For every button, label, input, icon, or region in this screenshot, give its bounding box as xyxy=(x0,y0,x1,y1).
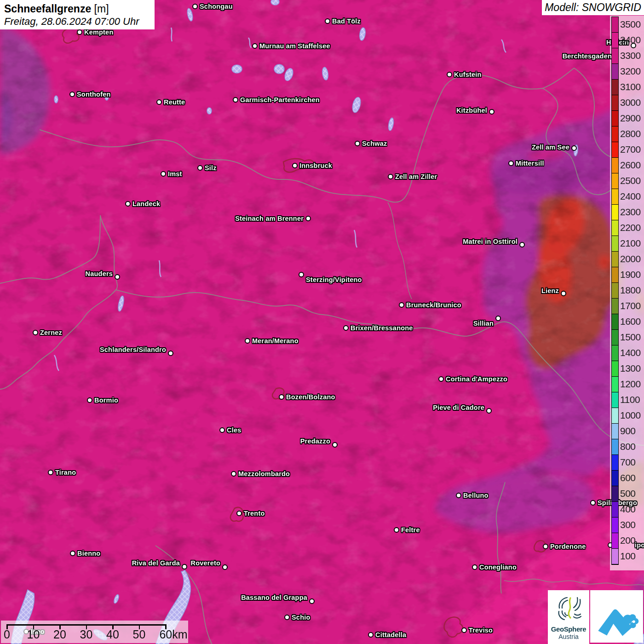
colorbar-segment xyxy=(612,33,618,48)
city-label: Bozen/Bolzano xyxy=(286,393,335,401)
city-label: Cles xyxy=(227,426,241,434)
city-marker-dot xyxy=(292,163,298,168)
mountain-cloud-icon xyxy=(593,592,641,640)
colorbar xyxy=(611,17,619,565)
city-marker-dot xyxy=(399,302,404,308)
city-label: Bormio xyxy=(94,397,118,404)
city-label: Innsbruck xyxy=(299,162,332,169)
city-markers-layer: SchongauBad TölzKemptenMurnau am Staffel… xyxy=(0,0,644,644)
city-marker-dot xyxy=(161,171,166,177)
colorbar-segment xyxy=(612,345,618,361)
scalebar-label: 10 xyxy=(27,628,40,641)
colorbar-segment xyxy=(612,471,618,486)
city-label: Rovereto xyxy=(191,559,220,567)
city-marker-dot xyxy=(252,43,258,49)
colorbar-segment xyxy=(612,330,618,345)
city-marker-dot xyxy=(325,18,330,24)
city-marker-dot xyxy=(231,471,236,477)
geosphere-logo-subtext: Austria xyxy=(548,633,589,640)
city-marker-dot xyxy=(332,442,338,448)
city-label: Silz xyxy=(205,164,217,172)
city-label: Pordenone xyxy=(550,543,586,550)
city-marker-dot xyxy=(125,201,131,207)
city-marker-dot xyxy=(305,216,311,221)
city-marker-dot xyxy=(236,511,242,516)
city-marker-dot xyxy=(543,544,548,549)
city-marker-dot xyxy=(87,397,92,403)
city-label: ipo xyxy=(635,541,644,549)
city-label: Feltre xyxy=(401,526,420,534)
city-label: Murnau am Staffelsee xyxy=(259,42,330,50)
colorbar-segment xyxy=(612,267,618,283)
city-label: Cortina d'Ampezzo xyxy=(446,375,507,383)
colorbar-segment xyxy=(612,142,618,158)
colorbar-segment xyxy=(612,158,618,173)
city-label: Bad Tölz xyxy=(332,17,361,25)
colorbar-segment xyxy=(612,95,618,111)
colorbar-segment xyxy=(612,283,618,299)
city-label: Cittadella xyxy=(375,631,406,638)
city-label: Brixen/Bressanone xyxy=(351,324,413,332)
city-marker-dot xyxy=(486,408,492,414)
city-label: Imst xyxy=(168,170,182,178)
colorbar-segment xyxy=(612,64,618,80)
city-label: Kempten xyxy=(84,29,113,36)
avalanche-report-logo xyxy=(590,590,643,643)
scalebar-label: 50 xyxy=(133,628,146,641)
colorbar-segment xyxy=(612,424,618,439)
datetime-label: Freitag, 28.06.2024 07:00 Uhr xyxy=(4,15,150,28)
city-marker-dot xyxy=(245,338,250,344)
colorbar-segment xyxy=(612,48,618,64)
city-marker-dot xyxy=(394,527,399,533)
city-label: Schongau xyxy=(200,3,233,10)
city-label: Mezzolombardo xyxy=(238,470,290,477)
city-label: Belluno xyxy=(463,492,489,499)
city-label: Treviso xyxy=(469,627,493,634)
colorbar-segment xyxy=(612,252,618,267)
city-label: Trento xyxy=(244,510,265,517)
city-marker-dot xyxy=(279,394,284,400)
colorbar-segment xyxy=(612,126,618,142)
geosphere-logo-text: GeoSphere xyxy=(548,625,589,633)
city-label: Zell am Ziller xyxy=(395,173,437,180)
colorbar-segment xyxy=(612,205,618,220)
scalebar-label: 30 xyxy=(80,628,93,641)
city-label: Kitzbühel xyxy=(456,107,487,114)
colorbar-segment xyxy=(612,361,618,377)
city-label: Sillian xyxy=(473,320,494,327)
city-label: Zell am See xyxy=(532,144,569,151)
city-marker-dot xyxy=(461,627,467,633)
city-marker-dot xyxy=(438,376,444,382)
city-label: Steinach am Brenner xyxy=(235,215,304,222)
scale-bar: 0102030405060km xyxy=(1,621,188,643)
city-marker-dot xyxy=(519,242,525,247)
city-label: Predazzo xyxy=(300,437,330,445)
city-marker-dot xyxy=(447,72,452,77)
city-marker-dot xyxy=(219,427,225,433)
city-label: Schwaz xyxy=(362,140,387,147)
city-marker-dot xyxy=(472,564,477,570)
colorbar-segment xyxy=(612,220,618,236)
colorbar-segment xyxy=(612,486,618,502)
geosphere-austria-logo: GeoSphere Austria xyxy=(548,590,589,644)
city-label: Mittersill xyxy=(516,160,544,167)
city-label: Schio xyxy=(292,614,310,621)
weather-map-page: SchongauBad TölzKemptenMurnau am Staffel… xyxy=(0,0,644,644)
scalebar-label: 60km xyxy=(159,628,187,641)
model-label-box: Modell: SNOWGRID xyxy=(542,0,644,15)
scalebar-label: 0 xyxy=(4,628,10,641)
colorbar-segment xyxy=(612,17,618,33)
city-marker-dot xyxy=(631,43,636,48)
colorbar-segment xyxy=(612,392,618,408)
city-marker-dot xyxy=(309,598,315,604)
city-label: Riva del Garda xyxy=(132,559,180,567)
city-label: Bienno xyxy=(77,550,100,557)
geosphere-logo-icon xyxy=(553,594,584,624)
city-label: Bassano del Grappa xyxy=(241,594,307,601)
city-marker-dot xyxy=(456,493,461,498)
city-label: Sonthofen xyxy=(77,91,110,98)
city-marker-dot xyxy=(489,109,494,115)
colorbar-segment xyxy=(612,408,618,424)
city-label: Pieve di Cadore xyxy=(433,404,484,411)
city-marker-dot xyxy=(233,97,238,103)
